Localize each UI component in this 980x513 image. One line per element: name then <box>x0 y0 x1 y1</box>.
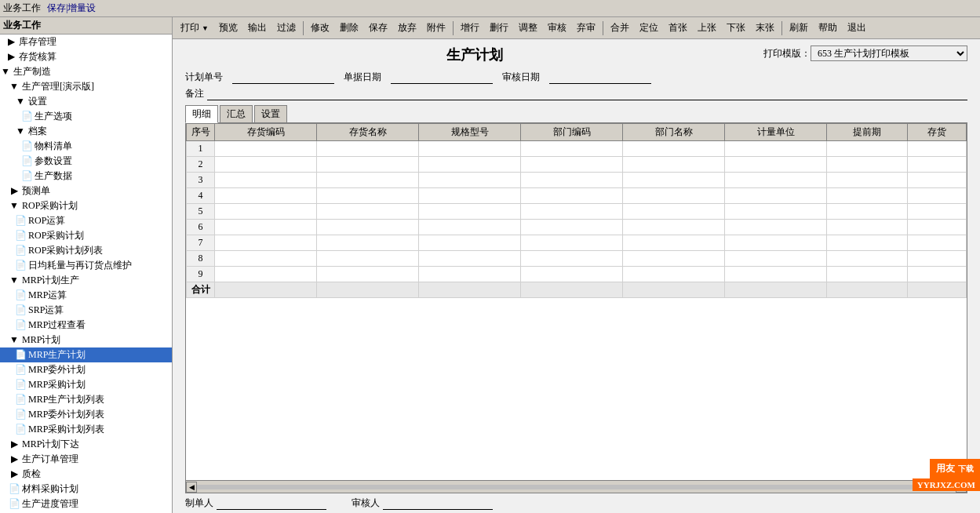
sidebar-item-daily-consumption[interactable]: 📄 日均耗量与再订货点维护 <box>0 258 172 273</box>
row-cell[interactable] <box>907 141 966 157</box>
row-cell[interactable] <box>419 173 521 188</box>
row-cell[interactable] <box>827 220 908 235</box>
row-cell[interactable] <box>623 141 725 157</box>
sidebar-item-archives[interactable]: ▼ 档案 <box>0 124 172 139</box>
row-cell[interactable] <box>215 173 317 188</box>
row-cell[interactable] <box>725 251 827 267</box>
sidebar-item-mrp-outsource-list[interactable]: 📄 MRP委外计划列表 <box>0 407 172 422</box>
prev-button[interactable]: 上张 <box>693 19 721 37</box>
row-cell[interactable] <box>521 204 623 220</box>
sidebar-item-forecast[interactable]: ▶ 预测单 <box>0 184 172 198</box>
sidebar-item-material-purchase[interactable]: 📄 材料采购计划 <box>0 482 172 497</box>
row-cell[interactable] <box>215 204 317 220</box>
tab-settings[interactable]: 设置 <box>254 105 287 122</box>
attachment-button[interactable]: 附件 <box>422 19 450 37</box>
row-cell[interactable] <box>521 267 623 282</box>
row-cell[interactable] <box>907 235 966 251</box>
row-cell[interactable] <box>725 173 827 188</box>
top-bar-action-save[interactable]: 保存|增量设 <box>47 2 96 15</box>
row-cell[interactable] <box>317 188 419 204</box>
tab-detail[interactable]: 明细 <box>185 105 218 123</box>
merge-button[interactable]: 合并 <box>606 19 634 37</box>
row-cell[interactable] <box>907 157 966 173</box>
table-row[interactable]: 2 <box>187 157 967 173</box>
row-cell[interactable] <box>623 220 725 235</box>
row-cell[interactable] <box>623 188 725 204</box>
sidebar-item-mrp-issue[interactable]: ▶ MRP计划下达 <box>0 437 172 452</box>
abandon-button[interactable]: 放弃 <box>393 19 421 37</box>
exit-button[interactable]: 退出 <box>843 19 871 37</box>
table-row[interactable]: 4 <box>187 188 967 204</box>
row-cell[interactable] <box>419 188 521 204</box>
plan-no-field[interactable] <box>232 71 334 84</box>
row-cell[interactable] <box>623 157 725 173</box>
row-cell[interactable] <box>521 251 623 267</box>
row-cell[interactable] <box>419 157 521 173</box>
row-cell[interactable] <box>317 251 419 267</box>
sidebar-item-mrp-plan[interactable]: ▼ MRP计划 <box>0 333 172 347</box>
sidebar-item-inventory-mgmt[interactable]: ▶ 库存管理 <box>0 35 172 49</box>
output-button[interactable]: 输出 <box>243 19 271 37</box>
remove-row-button[interactable]: 删行 <box>485 19 513 37</box>
row-cell[interactable] <box>725 141 827 157</box>
date-field[interactable] <box>391 71 493 84</box>
row-cell[interactable] <box>623 267 725 282</box>
print-model-select[interactable]: 653 生产计划打印模板 <box>811 45 967 61</box>
row-cell[interactable] <box>215 220 317 235</box>
reviewer-field[interactable] <box>383 497 493 510</box>
table-row[interactable]: 3 <box>187 173 967 188</box>
sidebar-item-mrp-plan-prod[interactable]: ▼ MRP计划生产 <box>0 273 172 288</box>
print-button[interactable]: 打印 ▼ <box>176 19 213 37</box>
row-cell[interactable] <box>907 188 966 204</box>
row-cell[interactable] <box>725 204 827 220</box>
row-cell[interactable] <box>725 220 827 235</box>
tab-summary[interactable]: 汇总 <box>220 105 253 122</box>
row-cell[interactable] <box>419 267 521 282</box>
sidebar-item-prod-mgmt[interactable]: ▼ 生产管理[演示版] <box>0 79 172 94</box>
row-cell[interactable] <box>521 235 623 251</box>
row-cell[interactable] <box>317 173 419 188</box>
row-cell[interactable] <box>215 157 317 173</box>
row-cell[interactable] <box>419 141 521 157</box>
sidebar-item-param-settings[interactable]: 📄 参数设置 <box>0 154 172 169</box>
save-button[interactable]: 保存 <box>364 19 392 37</box>
sidebar-item-settings[interactable]: ▼ 设置 <box>0 94 172 109</box>
row-cell[interactable] <box>419 235 521 251</box>
sidebar-item-rop-purchase[interactable]: 📄 ROP采购计划 <box>0 228 172 243</box>
row-cell[interactable] <box>725 267 827 282</box>
row-cell[interactable] <box>317 157 419 173</box>
sidebar-item-material-list[interactable]: 📄 物料清单 <box>0 139 172 154</box>
row-cell[interactable] <box>521 141 623 157</box>
row-cell[interactable] <box>317 204 419 220</box>
row-cell[interactable] <box>215 267 317 282</box>
row-cell[interactable] <box>419 251 521 267</box>
hscroll-left-btn[interactable]: ◀ <box>186 482 197 493</box>
sidebar-item-rop-purchase-plan[interactable]: ▼ ROP采购计划 <box>0 198 172 213</box>
unaudit-button[interactable]: 弃审 <box>572 19 600 37</box>
locate-button[interactable]: 定位 <box>635 19 663 37</box>
memo-field[interactable] <box>207 88 967 100</box>
row-cell[interactable] <box>827 267 908 282</box>
audit-button[interactable]: 审核 <box>543 19 571 37</box>
sidebar-item-mrp-calc[interactable]: 📄 MRP运算 <box>0 288 172 303</box>
add-row-button[interactable]: 增行 <box>456 19 484 37</box>
row-cell[interactable] <box>317 141 419 157</box>
maker-field[interactable] <box>217 497 326 510</box>
row-cell[interactable] <box>623 204 725 220</box>
table-row[interactable]: 1 <box>187 141 967 157</box>
filter-button[interactable]: 过滤 <box>272 19 301 37</box>
table-row[interactable]: 8 <box>187 251 967 267</box>
row-cell[interactable] <box>827 188 908 204</box>
adjust-button[interactable]: 调整 <box>514 19 542 37</box>
first-button[interactable]: 首张 <box>664 19 692 37</box>
row-cell[interactable] <box>215 251 317 267</box>
delete-button[interactable]: 删除 <box>335 19 363 37</box>
row-cell[interactable] <box>725 188 827 204</box>
sidebar-item-rop-purchase-list[interactable]: 📄 ROP采购计划列表 <box>0 243 172 258</box>
row-cell[interactable] <box>907 267 966 282</box>
last-button[interactable]: 末张 <box>751 19 779 37</box>
row-cell[interactable] <box>521 173 623 188</box>
row-cell[interactable] <box>419 204 521 220</box>
hscroll-bar[interactable]: ◀ ▶ <box>185 481 967 493</box>
sidebar-item-rop-calc[interactable]: 📄 ROP运算 <box>0 213 172 228</box>
